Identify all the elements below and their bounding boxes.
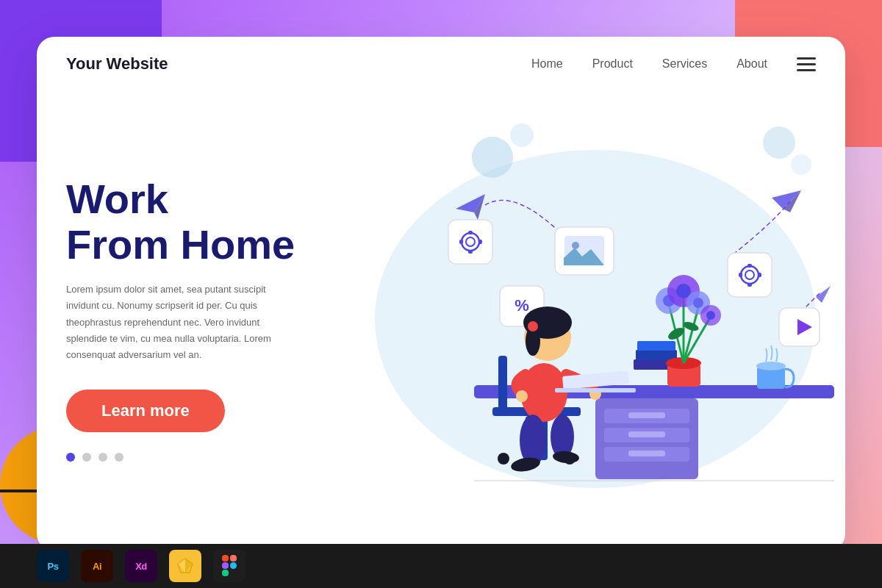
svg-point-55 [706,311,715,320]
svg-rect-62 [498,356,507,415]
svg-rect-77 [555,388,636,392]
carousel-dots [66,453,316,462]
svg-rect-16 [478,240,482,244]
hamburger-line-3 [797,69,816,71]
svg-rect-26 [747,283,752,287]
dot-1[interactable] [66,453,75,462]
svg-point-3 [763,126,795,159]
nav-links: Home Product Services About [531,57,767,71]
left-panel: Work From Home Lorem ipsum dolor sit ame… [37,91,345,547]
svg-point-69 [528,321,538,331]
svg-rect-34 [628,412,665,418]
svg-rect-36 [628,431,665,437]
figma-icon [221,554,237,578]
sketch-badge[interactable] [169,550,201,582]
nav-item-services[interactable]: Services [662,57,707,71]
figma-badge[interactable] [213,550,245,582]
svg-rect-13 [468,231,473,234]
svg-rect-41 [637,341,675,351]
svg-rect-40 [636,350,677,360]
svg-rect-22 [728,253,772,297]
site-logo: Your Website [66,54,168,74]
sketch-icon [177,558,193,574]
dot-4[interactable] [115,453,123,462]
right-panel: % [345,91,845,547]
svg-rect-15 [459,240,463,244]
svg-point-59 [756,362,786,370]
nav-item-home[interactable]: Home [531,57,563,71]
svg-point-1 [472,137,513,178]
svg-rect-38 [628,451,665,456]
svg-text:%: % [514,296,529,315]
svg-point-2 [510,123,534,147]
svg-point-63 [498,453,509,465]
main-card: Your Website Home Product Services About [37,37,845,551]
svg-rect-10 [448,220,492,264]
hamburger-menu[interactable] [797,57,816,71]
svg-rect-101 [222,562,229,569]
svg-rect-99 [222,555,229,562]
hero-title: Work From Home [66,176,316,267]
svg-rect-28 [758,273,761,277]
svg-point-53 [693,298,703,308]
illustrator-badge[interactable]: Ai [81,550,113,582]
xd-badge[interactable]: Xd [125,550,157,582]
svg-point-4 [791,154,811,175]
dot-2[interactable] [82,453,91,462]
svg-point-19 [572,242,579,249]
svg-rect-27 [739,273,742,277]
svg-rect-103 [222,570,229,576]
svg-rect-102 [230,562,237,569]
svg-point-74 [516,390,528,402]
content-area: Work From Home Lorem ipsum dolor sit ame… [37,91,845,547]
svg-rect-100 [230,555,237,562]
hamburger-line-1 [797,57,816,60]
nav-item-product[interactable]: Product [592,57,633,71]
photoshop-badge[interactable]: Ps [37,550,69,582]
learn-more-button[interactable]: Learn more [66,390,225,432]
svg-rect-25 [747,264,752,268]
nav-item-about[interactable]: About [736,57,767,71]
hero-illustration: % [345,91,845,547]
svg-rect-14 [468,250,473,254]
navbar: Your Website Home Product Services About [37,37,845,91]
bottom-toolbar: Ps Ai Xd [0,544,882,588]
hero-description: Lorem ipsum dolor sit amet, sea putant s… [66,282,301,362]
dot-3[interactable] [98,453,107,462]
hamburger-line-2 [797,63,816,65]
